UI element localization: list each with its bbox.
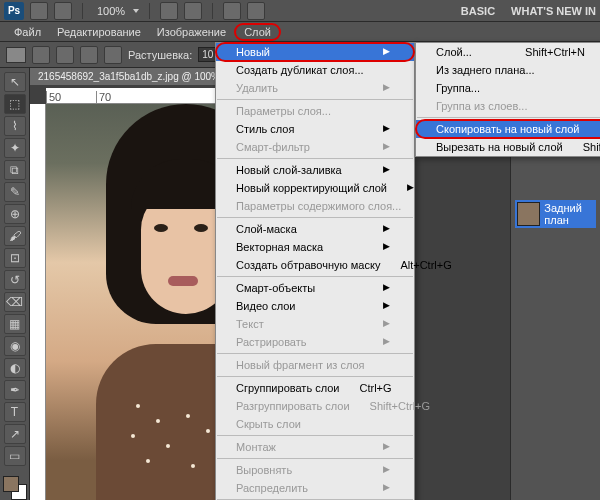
crop-tool[interactable]: ⧉ (4, 160, 26, 180)
arrange-icon[interactable] (223, 2, 241, 20)
menu-item[interactable]: Векторная маска▶ (216, 238, 414, 256)
color-swatches[interactable] (3, 476, 27, 500)
feather-label: Растушевка: (128, 49, 192, 61)
selection-add-icon[interactable] (56, 46, 74, 64)
gradient-tool[interactable]: ▦ (4, 314, 26, 334)
menu-item[interactable]: Новый корректирующий слой▶ (216, 179, 414, 197)
stamp-tool[interactable]: ⊡ (4, 248, 26, 268)
dodge-tool[interactable]: ◐ (4, 358, 26, 378)
zoom-level[interactable]: 100% (97, 5, 125, 17)
path-tool[interactable]: ↗ (4, 424, 26, 444)
layer-name: Задний план (544, 202, 594, 226)
blur-tool[interactable]: ◉ (4, 336, 26, 356)
layer-menu: Новый▶Создать дубликат слоя...Удалить▶Па… (215, 42, 415, 500)
shape-tool[interactable]: ▭ (4, 446, 26, 466)
menu-item: Удалить▶ (216, 79, 414, 97)
menu-item[interactable]: Слой...Shift+Ctrl+N (416, 43, 600, 61)
zoom-tool-icon[interactable] (184, 2, 202, 20)
menu-item[interactable]: Видео слои▶ (216, 297, 414, 315)
menu-image[interactable]: Изображение (149, 23, 234, 41)
minibridge-icon[interactable] (54, 2, 72, 20)
history-brush-tool[interactable]: ↺ (4, 270, 26, 290)
heal-tool[interactable]: ⊕ (4, 204, 26, 224)
menu-file[interactable]: Файл (6, 23, 49, 41)
bridge-icon[interactable] (30, 2, 48, 20)
menu-item: Новый фрагмент из слоя (216, 356, 414, 374)
pen-tool[interactable]: ✒ (4, 380, 26, 400)
layer-new-submenu: Слой...Shift+Ctrl+NИз заднего плана...Гр… (415, 42, 600, 157)
ruler-vertical (30, 104, 46, 500)
menu-item: Группа из слоев... (416, 97, 600, 115)
menu-item[interactable]: Из заднего плана... (416, 61, 600, 79)
layer-thumb-icon (517, 202, 540, 226)
toolbox: ↖ ⬚ ⌇ ✦ ⧉ ✎ ⊕ 🖌 ⊡ ↺ ⌫ ▦ ◉ ◐ ✒ T ↗ ▭ (0, 68, 30, 500)
menu-item: Смарт-фильтр▶ (216, 138, 414, 156)
menu-item[interactable]: Группа... (416, 79, 600, 97)
lasso-tool[interactable]: ⌇ (4, 116, 26, 136)
type-tool[interactable]: T (4, 402, 26, 422)
menu-item[interactable]: Скопировать на новый слойCtrl+J (416, 120, 600, 138)
marquee-tool[interactable]: ⬚ (4, 94, 26, 114)
wand-tool[interactable]: ✦ (4, 138, 26, 158)
ps-logo: Ps (4, 2, 24, 20)
selection-intersect-icon[interactable] (104, 46, 122, 64)
menu-item: Параметры слоя... (216, 102, 414, 120)
hand-tool-icon[interactable] (160, 2, 178, 20)
menu-item[interactable]: Создать дубликат слоя... (216, 61, 414, 79)
menu-item: Растрировать▶ (216, 333, 414, 351)
menu-item[interactable]: Слой-маска▶ (216, 220, 414, 238)
menu-item: Разгруппировать слоиShift+Ctrl+G (216, 397, 414, 415)
selection-subtract-icon[interactable] (80, 46, 98, 64)
workspace-new[interactable]: WHAT'S NEW IN (511, 5, 596, 17)
app-topbar: Ps 100% BASIC WHAT'S NEW IN (0, 0, 600, 22)
move-tool[interactable]: ↖ (4, 72, 26, 92)
menu-item[interactable]: Создать обтравочную маскуAlt+Ctrl+G (216, 256, 414, 274)
menu-item: Скрыть слои (216, 415, 414, 433)
menu-item: Текст▶ (216, 315, 414, 333)
eyedropper-tool[interactable]: ✎ (4, 182, 26, 202)
brush-tool[interactable]: 🖌 (4, 226, 26, 246)
menu-item[interactable]: Стиль слоя▶ (216, 120, 414, 138)
menu-item[interactable]: Новый▶ (216, 43, 414, 61)
workspace-basic[interactable]: BASIC (461, 5, 495, 17)
eraser-tool[interactable]: ⌫ (4, 292, 26, 312)
menu-item: Распределить▶ (216, 479, 414, 497)
screen-mode-icon[interactable] (247, 2, 265, 20)
menu-item[interactable]: Вырезать на новый слойShift+Ctrl+J (416, 138, 600, 156)
layer-row-background[interactable]: Задний план (515, 200, 596, 228)
menubar: Файл Редактирование Изображение Слой (0, 22, 600, 42)
selection-new-icon[interactable] (32, 46, 50, 64)
menu-item: Параметры содержимого слоя... (216, 197, 414, 215)
menu-item[interactable]: Новый слой-заливка▶ (216, 161, 414, 179)
menu-layer[interactable]: Слой (234, 23, 281, 41)
menu-item[interactable]: Смарт-объекты▶ (216, 279, 414, 297)
menu-item: Монтаж▶ (216, 438, 414, 456)
marquee-tool-icon[interactable] (6, 47, 26, 63)
menu-item: Выровнять▶ (216, 461, 414, 479)
zoom-dropdown-icon[interactable] (133, 9, 139, 13)
menu-item[interactable]: Сгруппировать слоиCtrl+G (216, 379, 414, 397)
menu-edit[interactable]: Редактирование (49, 23, 149, 41)
